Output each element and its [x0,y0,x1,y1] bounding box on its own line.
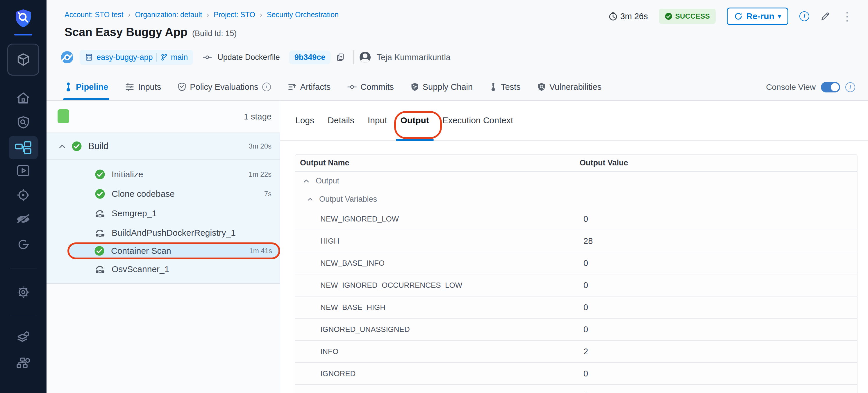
step-row-semgrep[interactable]: Semgrep_1 [46,204,280,223]
rerun-button[interactable]: Re-run ▾ [727,7,788,25]
stage-node[interactable] [58,109,69,123]
success-check-icon [665,12,672,20]
output-name: NEW_MEDIUM [300,391,580,393]
step-duration: 1m 22s [249,170,272,179]
stage-count-label: 1 stage [244,112,272,121]
execution-tabbar: Pipeline Inputs Policy Evaluations i [65,74,601,100]
output-value: 0 [580,369,588,379]
success-status-icon [95,169,105,180]
targets-icon[interactable] [17,188,30,202]
pipelines-nav-active[interactable] [9,136,38,159]
output-value: 0 [580,280,588,290]
output-name: INFO [300,347,580,356]
tab-execution-context[interactable]: Execution Context [442,100,513,140]
skipped-step-icon [95,228,105,238]
policy-info-icon[interactable]: i [262,83,271,91]
tree-group-output[interactable]: Output [295,172,857,190]
console-view-toggle[interactable] [821,82,840,92]
page-title: Scan Easy Buggy App [65,26,187,39]
stage-graph-strip: 1 stage [46,100,280,133]
tab-tests[interactable]: Tests [490,74,521,100]
repo-branch-pill: easy-buggy-app main [80,50,193,65]
exemptions-eye-off-icon[interactable] [16,213,31,225]
step-row-clone-codebase[interactable]: Clone codebase 7s [46,184,280,204]
tab-vulnerabilities[interactable]: Vulnerabilities [537,74,601,100]
settings-gear-icon[interactable] [17,285,30,299]
tab-policy-evaluations[interactable]: Policy Evaluations i [178,74,271,100]
branch-name-link[interactable]: main [171,53,188,62]
pill-divider [156,53,157,62]
rerun-info-icon[interactable]: i [799,11,809,21]
step-row-container-scan-selected[interactable]: Container Scan 1m 41s [67,242,280,259]
step-row-buildandpush[interactable]: BuildAndPushDockerRegistry_1 [46,223,280,242]
stage-duration: 3m 20s [249,142,272,150]
output-variable-row: NEW_IGNORED_LOW 0 [295,208,857,230]
output-value: 28 [580,236,593,246]
skipped-step-icon [95,208,105,219]
output-value: 0 [580,259,588,268]
module-selector-button[interactable] [7,43,39,75]
tab-logs[interactable]: Logs [295,100,314,140]
tree-group-output-variables[interactable]: Output Variables [295,190,857,208]
policy-shield-icon [178,82,186,92]
collapse-chevron-icon[interactable] [303,178,310,184]
stage-execution-panel: 1 stage Build 3m 20s Initialize 1m 22s C… [46,100,280,393]
vertical-divider [353,50,354,64]
commit-sha-link[interactable]: 9b349ce [289,51,331,64]
commits-icon [347,84,357,90]
breadcrumb-organization[interactable]: Organization: default [135,10,202,19]
output-name: IGNORED_UNASSIGNED [300,325,580,334]
home-icon[interactable] [16,92,30,104]
breadcrumb-module[interactable]: Security Orchestration [267,10,339,19]
step-detail-tabbar: Logs Details Input Output Execution Cont… [280,100,868,141]
scans-shield-icon[interactable] [17,116,30,129]
console-view-info-icon[interactable]: i [845,82,855,92]
output-variable-row: INFO 2 [295,341,857,363]
step-name: Initialize [112,170,143,179]
get-started-icon[interactable] [17,238,30,251]
repo-name-link[interactable]: easy-buggy-app [96,53,153,62]
output-variable-row: NEW_MEDIUM 0 [295,385,857,393]
output-value: 0 [580,303,588,312]
tab-inputs[interactable]: Inputs [125,74,161,100]
tab-artifacts[interactable]: Artifacts [288,74,331,100]
tab-details[interactable]: Details [328,100,354,140]
account-settings-org-icon[interactable] [16,356,31,370]
tab-pipeline[interactable]: Pipeline [65,74,108,100]
step-detail-panel: Logs Details Input Output Execution Cont… [280,100,868,393]
tab-supply-chain[interactable]: Supply Chain [411,74,473,100]
pipeline-icon [65,82,72,92]
step-duration: 7s [264,190,272,198]
success-status-icon [94,246,105,256]
executions-icon[interactable] [17,164,30,177]
collapse-chevron-icon[interactable] [58,143,66,150]
inputs-icon [125,83,134,91]
rerun-caret[interactable]: ▾ [778,12,781,20]
app-root: Account: STO test › Organization: defaul… [0,0,868,393]
step-row-osvscanner[interactable]: OsvScanner_1 [46,259,280,279]
table-header-row: Output Name Output Value [295,155,857,172]
copy-icon[interactable] [336,53,344,62]
output-variable-row: HIGH 28 [295,230,857,252]
collapse-chevron-icon[interactable] [307,196,313,202]
step-row-initialize[interactable]: Initialize 1m 22s [46,164,280,184]
output-name: NEW_IGNORED_OCCURRENCES_LOW [300,281,580,290]
trigger-icon [60,51,74,64]
output-name: NEW_BASE_INFO [300,259,580,268]
stage-row-build[interactable]: Build 3m 20s [46,133,280,160]
tab-input[interactable]: Input [368,100,387,140]
sidebar-divider [10,316,37,316]
tree-group-label: Output [316,176,339,185]
project-settings-layers-icon[interactable] [16,331,31,345]
skipped-step-icon [95,264,105,274]
more-options-icon[interactable]: ⋮ [841,11,853,21]
output-name: HIGH [300,237,580,246]
breadcrumb-project[interactable]: Project: STO [214,10,255,19]
breadcrumb-account[interactable]: Account: STO test [65,10,123,19]
refresh-icon [734,12,743,21]
stage-step-tree: Build 3m 20s Initialize 1m 22s Clone cod… [46,133,280,284]
edit-pipeline-icon[interactable] [820,11,830,21]
commit-icon [203,54,212,60]
step-name: Semgrep_1 [112,208,157,218]
tab-commits[interactable]: Commits [347,74,394,100]
